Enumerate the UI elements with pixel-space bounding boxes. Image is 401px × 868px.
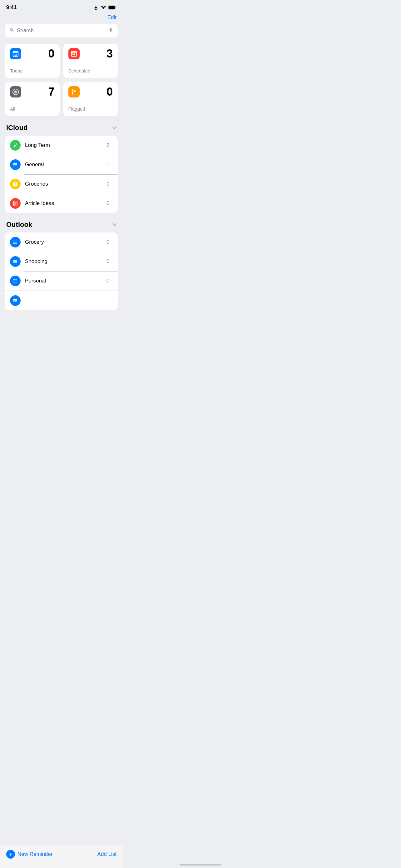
search-bar[interactable] [5, 24, 118, 37]
svg-rect-5 [71, 52, 76, 57]
header: Edit [0, 13, 123, 24]
microphone-icon[interactable] [108, 27, 113, 34]
today-count: 0 [48, 48, 54, 59]
long-term-chevron-icon: › [111, 143, 113, 148]
long-term-right: 2 › [106, 142, 113, 148]
svg-text:12: 12 [14, 54, 17, 56]
battery-icon [108, 5, 116, 10]
outlook-section-header: Outlook [5, 219, 118, 232]
scheduled-label: Scheduled [68, 68, 113, 73]
all-label: All [10, 106, 55, 112]
outlook-chevron-icon[interactable] [112, 222, 116, 227]
svg-point-39 [13, 279, 14, 280]
personal-chevron-icon: › [111, 278, 113, 283]
today-label: Today [10, 68, 55, 73]
svg-rect-3 [13, 52, 19, 53]
icloud-section: iCloud Long Term 2 › [0, 122, 123, 219]
grocery-chevron-icon: › [111, 240, 113, 245]
article-ideas-right: 0 › [106, 200, 113, 207]
status-bar: 9:41 [0, 0, 123, 13]
list-item-long-term[interactable]: Long Term 2 › [5, 135, 118, 155]
flagged-count: 0 [106, 86, 113, 97]
svg-point-29 [13, 243, 14, 244]
long-term-icon [10, 140, 21, 151]
grocery-icon [10, 237, 21, 247]
outlook-section: Outlook Grocery 0 › [0, 219, 123, 342]
list-item-grocery[interactable]: Grocery 0 › [5, 232, 118, 252]
search-icon [9, 28, 14, 34]
article-ideas-count: 0 [106, 200, 109, 207]
status-time: 9:41 [6, 4, 16, 11]
grocery-count: 0 [106, 239, 109, 245]
svg-point-33 [13, 260, 14, 260]
search-input[interactable] [17, 28, 106, 34]
shopping-name: Shopping [25, 258, 106, 265]
list-item-general[interactable]: General 1 › [5, 155, 118, 174]
svg-point-16 [13, 163, 14, 164]
general-right: 1 › [106, 161, 113, 168]
groceries-name: Groceries [25, 181, 106, 187]
long-term-count: 2 [106, 142, 109, 148]
outlook-section-title: Outlook [6, 221, 32, 229]
grocery-right: 0 › [106, 239, 113, 245]
svg-point-35 [13, 262, 14, 263]
smart-lists-grid: 12 0 Today 3 Scheduled [0, 44, 123, 122]
outlook-list-group: Grocery 0 › Shopping 0 › [5, 232, 118, 310]
status-icons [93, 5, 116, 10]
svg-point-12 [14, 90, 17, 93]
svg-point-46 [13, 300, 14, 301]
svg-point-41 [13, 282, 14, 282]
svg-point-40 [13, 281, 14, 281]
personal-count: 0 [106, 278, 109, 284]
article-ideas-name: Article Ideas [25, 200, 106, 207]
groceries-icon [10, 179, 21, 189]
shopping-chevron-icon: › [111, 259, 113, 264]
shopping-icon [10, 256, 21, 267]
scheduled-count: 3 [106, 48, 113, 59]
svg-rect-1 [109, 6, 115, 9]
long-term-name: Long Term [25, 142, 106, 148]
svg-point-28 [13, 242, 14, 243]
partial-icon [10, 295, 21, 306]
smart-card-today[interactable]: 12 0 Today [5, 44, 60, 78]
general-name: General [25, 161, 106, 168]
shopping-right: 0 › [106, 258, 113, 265]
list-item-partial[interactable] [5, 290, 118, 310]
personal-icon [10, 276, 21, 286]
smart-card-scheduled[interactable]: 3 Scheduled [63, 44, 118, 78]
general-chevron-icon: › [111, 162, 113, 167]
smart-card-flagged[interactable]: 0 Flagged [63, 82, 118, 116]
search-container [0, 24, 123, 44]
edit-button[interactable]: Edit [107, 14, 116, 21]
all-count: 7 [48, 86, 54, 97]
general-icon [10, 159, 21, 170]
svg-point-47 [13, 302, 14, 302]
icloud-list-group: Long Term 2 › General 1 › [5, 135, 118, 213]
groceries-right: 0 › [106, 181, 113, 187]
personal-right: 0 › [106, 278, 113, 284]
svg-point-34 [13, 261, 14, 262]
svg-point-45 [13, 299, 14, 300]
scheduled-icon [68, 48, 80, 59]
icloud-chevron-icon[interactable] [112, 125, 116, 130]
list-item-groceries[interactable]: Groceries 0 › [5, 174, 118, 194]
shopping-count: 0 [106, 258, 109, 265]
list-item-personal[interactable]: Personal 0 › [5, 271, 118, 290]
groceries-count: 0 [106, 181, 109, 187]
article-ideas-icon [10, 198, 21, 209]
list-item-article-ideas[interactable]: Article Ideas 0 › [5, 194, 118, 213]
smart-card-all[interactable]: 7 All [5, 82, 60, 116]
icloud-section-title: iCloud [6, 124, 28, 132]
article-ideas-chevron-icon: › [111, 201, 113, 206]
svg-point-18 [13, 165, 14, 166]
personal-name: Personal [25, 278, 106, 284]
airplane-icon [93, 5, 99, 10]
today-icon: 12 [10, 48, 21, 59]
general-count: 1 [106, 161, 109, 168]
wifi-icon [101, 5, 106, 10]
flagged-label: Flagged [68, 106, 113, 112]
all-icon [10, 86, 21, 97]
svg-point-27 [13, 241, 14, 241]
flagged-icon [68, 86, 80, 97]
list-item-shopping[interactable]: Shopping 0 › [5, 252, 118, 271]
